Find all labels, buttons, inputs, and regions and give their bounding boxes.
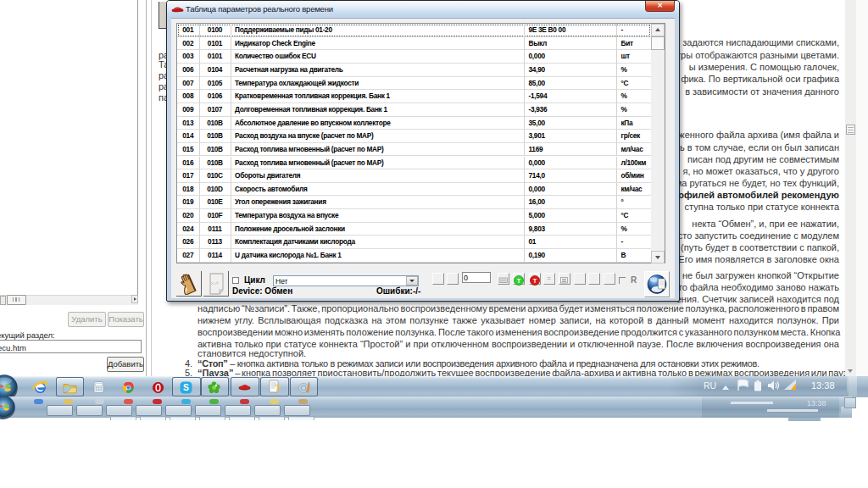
svg-text:?: ? [275, 381, 281, 394]
svg-text:S: S [183, 383, 189, 392]
svg-text:T: T [532, 277, 537, 285]
svg-text:T: T [517, 277, 521, 285]
